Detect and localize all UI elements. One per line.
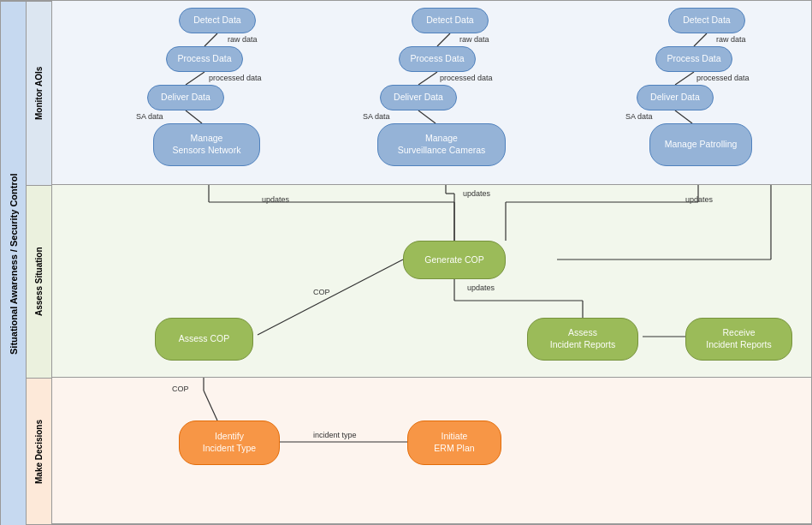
deliver-data-3: Deliver Data [637,85,714,110]
svg-line-18 [258,260,403,335]
raw-data-label-1: raw data [228,35,258,44]
updates-label-1: updates [262,195,289,204]
monitor-row: raw data processed data SA data raw data… [52,1,811,185]
deliver-data-1: Deliver Data [147,85,224,110]
assess-cop: Assess COP [155,318,253,361]
svg-line-2 [186,110,202,123]
svg-line-4 [418,72,437,85]
manage-sensors-network: ManageSensors Network [153,123,260,166]
svg-line-7 [675,72,694,85]
svg-line-1 [186,72,204,85]
diagram-rows: raw data processed data SA data raw data… [52,1,811,524]
svg-line-5 [418,110,436,123]
sa-data-label-3: SA data [625,112,653,121]
svg-line-8 [675,110,692,123]
sa-security-label: Situational Awareness / Security Control [1,1,26,525]
process-data-1: Process Data [166,46,243,72]
detect-data-1: Detect Data [179,8,256,33]
raw-data-label-3: raw data [716,35,746,44]
sa-data-label-2: SA data [363,112,390,121]
cop-label-decisions: COP [172,385,189,393]
diagram-container: Situational Awareness / Security Control… [0,0,812,525]
identify-incident-type: IdentifyIncident Type [179,421,280,465]
manage-surveillance-cameras: ManageSurveillance Cameras [377,123,506,166]
processed-data-label-2: processed data [440,74,493,82]
assess-incident-reports: AssessIncident Reports [527,318,638,361]
assess-row: updates updates updates updates COP Gene… [52,185,811,378]
receive-incident-reports: ReceiveIncident Reports [685,318,792,361]
detect-data-3: Detect Data [668,8,745,33]
svg-line-26 [204,391,217,421]
cop-label-assess: COP [313,288,330,296]
initiate-erm-plan: InitiateERM Plan [407,421,501,465]
decisions-label: Make Decisions [27,378,51,524]
updates-label-4: updates [467,283,495,292]
assess-label: Assess Situation [27,185,51,378]
sa-data-label-1: SA data [136,112,163,121]
svg-line-3 [437,33,450,46]
main-content: Monitor AOIs Assess Situation Make Decis… [27,1,811,524]
processed-data-label-1: processed data [209,74,262,82]
deliver-data-2: Deliver Data [380,85,457,110]
updates-label-3: updates [685,195,713,204]
processed-data-label-3: processed data [696,74,750,82]
process-data-2: Process Data [399,46,476,72]
manage-patrolling: Manage Patrolling [649,123,752,166]
generate-cop: Generate COP [403,241,506,279]
row-labels: Monitor AOIs Assess Situation Make Decis… [27,1,52,524]
left-labels: Situational Awareness / Security Control [1,1,27,524]
incident-type-label: incident type [313,431,357,439]
raw-data-label-2: raw data [459,35,489,44]
updates-label-2: updates [463,189,490,198]
process-data-3: Process Data [655,46,732,72]
detect-data-2: Detect Data [412,8,489,33]
rows-container: Monitor AOIs Assess Situation Make Decis… [27,1,811,524]
svg-line-6 [694,33,707,46]
monitor-label: Monitor AOIs [27,1,51,185]
svg-line-0 [204,33,217,46]
decisions-row: COP incident type IdentifyIncident Type … [52,378,811,524]
